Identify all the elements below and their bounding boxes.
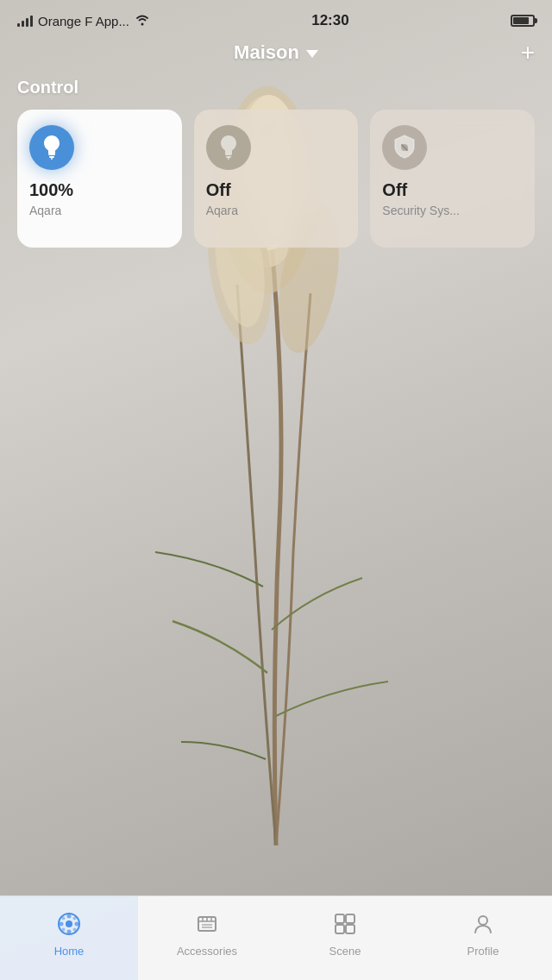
security-icon-wrap [382, 125, 427, 170]
svg-point-22 [62, 928, 66, 932]
tab-home-label: Home [54, 945, 85, 958]
card-value-light-on: 100% [29, 180, 73, 200]
battery-icon [511, 15, 535, 27]
svg-rect-6 [48, 154, 55, 155]
home-tab-icon [57, 912, 81, 939]
card-value-security: Off [382, 180, 407, 200]
profile-tab-icon [471, 912, 495, 939]
card-name-light-off: Aqara [206, 204, 238, 217]
bulb-active-icon [29, 125, 74, 170]
tab-bar: Home Accessories Scene [0, 895, 552, 980]
wifi-icon [135, 14, 150, 28]
signal-icon [17, 15, 33, 27]
scene-tab-icon [333, 912, 357, 939]
tab-scene[interactable]: Scene [276, 896, 414, 980]
svg-rect-10 [226, 156, 231, 158]
status-bar: Orange F App... 12:30 [0, 0, 552, 35]
tab-home[interactable]: Home [0, 896, 138, 980]
accessories-tab-icon [195, 912, 219, 939]
svg-rect-33 [336, 925, 344, 933]
svg-point-17 [67, 930, 72, 934]
svg-point-15 [66, 920, 72, 927]
bulb-inactive-icon [206, 125, 251, 170]
device-cards: 100% Aqara Off Aqara [17, 110, 535, 248]
svg-point-23 [73, 928, 77, 932]
svg-point-19 [75, 922, 79, 927]
add-button[interactable]: + [521, 41, 535, 65]
time-display: 12:30 [311, 12, 348, 29]
control-label: Control [17, 78, 535, 97]
svg-rect-7 [49, 156, 54, 158]
chevron-down-icon [306, 50, 318, 58]
light-off-icon-wrap [206, 125, 251, 170]
device-card-light-on[interactable]: 100% Aqara [17, 110, 182, 248]
svg-point-16 [67, 914, 72, 919]
home-name: Maison [234, 41, 299, 64]
header: Maison + [0, 35, 552, 78]
svg-point-11 [228, 158, 229, 160]
card-name-light-on: Aqara [29, 204, 61, 217]
home-title[interactable]: Maison [234, 41, 318, 64]
svg-rect-32 [346, 914, 354, 923]
tab-profile-label: Profile [467, 945, 499, 958]
card-name-security: Security Sys... [382, 204, 459, 217]
svg-point-20 [62, 917, 66, 920]
control-section: Control 100% Aqara [0, 78, 552, 248]
svg-point-21 [73, 917, 77, 920]
svg-point-8 [51, 158, 53, 160]
svg-rect-34 [346, 925, 354, 933]
status-left: Orange F App... [17, 14, 150, 28]
tab-scene-label: Scene [329, 945, 361, 958]
device-card-security[interactable]: Off Security Sys... [370, 110, 535, 248]
svg-point-18 [60, 922, 64, 927]
svg-point-35 [479, 916, 487, 925]
tab-accessories-label: Accessories [177, 945, 237, 958]
tab-profile[interactable]: Profile [414, 896, 552, 980]
device-card-light-off[interactable]: Off Aqara [194, 110, 359, 248]
light-on-icon-wrap [29, 125, 74, 170]
svg-rect-31 [336, 914, 344, 923]
svg-rect-9 [225, 154, 232, 155]
carrier-label: Orange F App... [38, 14, 129, 28]
card-value-light-off: Off [206, 180, 231, 200]
shield-icon [382, 125, 427, 170]
tab-accessories[interactable]: Accessories [138, 896, 276, 980]
